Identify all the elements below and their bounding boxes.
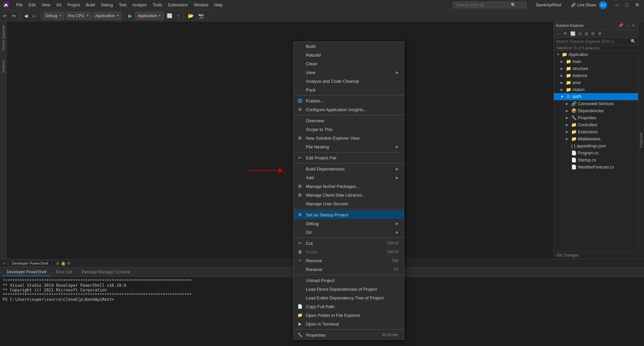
se-node-controllers[interactable]: ▶ 📁 Controllers <box>554 121 638 128</box>
se-node-middlewares[interactable]: ▶ 📁 Middlewares <box>554 135 638 142</box>
ctx-view[interactable]: View ▶ <box>294 68 404 77</box>
se-filter-button[interactable]: ▼ <box>597 30 603 37</box>
ctx-load-full[interactable]: Load Entire Dependency Tree of Project <box>294 293 404 302</box>
ctx-build[interactable]: Build <box>294 42 404 51</box>
menu-git[interactable]: Git <box>54 2 64 8</box>
terminal-maximize-button[interactable]: 🔒 <box>61 261 66 266</box>
ctx-new-se-view[interactable]: ⊞ New Solution Explorer View <box>294 134 404 142</box>
se-collapse-button[interactable]: ─ <box>625 23 630 28</box>
menu-test[interactable]: Test <box>116 2 129 8</box>
ctx-analyze[interactable]: Analyze and Code Cleanup <box>294 77 404 85</box>
se-refresh-button[interactable]: 🔄 <box>569 30 577 37</box>
ctx-properties[interactable]: 🔧 Properties Alt+Enter <box>294 331 404 339</box>
menu-analyze[interactable]: Analyze <box>130 2 150 8</box>
server-explorer-label[interactable]: Server Explorer <box>1 25 5 50</box>
se-node-program[interactable]: 📄 Program.cs <box>554 149 638 156</box>
menu-view[interactable]: View <box>39 2 53 8</box>
ctx-edit-project[interactable]: ↩ Edit Project File <box>294 153 404 162</box>
menu-file[interactable]: File <box>13 2 25 8</box>
live-share-button[interactable]: 🔗 Live Share <box>571 3 596 7</box>
ctx-overview[interactable]: Overview <box>294 116 404 125</box>
platform-dropdown[interactable]: Any CPU ▼ <box>65 12 91 20</box>
se-close-button[interactable]: ✕ <box>631 23 636 28</box>
toolbox-label[interactable]: Toolbox <box>1 60 5 73</box>
terminal-settings-button[interactable]: ⚙ <box>67 261 71 266</box>
ctx-nuget[interactable]: ⊞ Manage NuGet Packages... <box>294 182 404 191</box>
minimize-button[interactable]: ─ <box>612 1 621 9</box>
ctx-scope[interactable]: Scope to This <box>294 125 404 134</box>
menu-debug[interactable]: Debug <box>98 2 115 8</box>
maximize-button[interactable]: □ <box>623 1 631 9</box>
close-button[interactable]: ✕ <box>633 1 641 9</box>
se-node-main[interactable]: ▶ 📁 main <box>554 58 638 65</box>
se-node-structure[interactable]: ▶ 📁 structure <box>554 65 638 72</box>
redo-button[interactable]: ↪ <box>10 12 17 19</box>
undo-button[interactable]: ↩ <box>1 12 9 19</box>
config-dropdown[interactable]: Debug ▼ <box>43 12 64 20</box>
app-dropdown[interactable]: Application ▼ <box>93 12 122 20</box>
se-node-appsettings[interactable]: { } appsettings.json <box>554 142 638 149</box>
ctx-insights[interactable]: ⚙ Configure Application Insights... <box>294 105 404 114</box>
se-node-startup[interactable]: 📄 Startup.cs <box>554 156 638 163</box>
se-node-bapi[interactable]: ▼ 🔷 bAPI <box>554 93 638 100</box>
open-folder-button[interactable]: 📂 <box>186 12 195 19</box>
ctx-build-deps[interactable]: Build Dependencies ▶ <box>294 164 404 173</box>
se-node-ared[interactable]: ▶ 📁 ared <box>554 79 638 86</box>
ctx-unload[interactable]: Unload Project <box>294 276 404 285</box>
se-settings-button[interactable]: ⚙ <box>590 30 596 37</box>
ctx-pack[interactable]: Pack <box>294 85 404 94</box>
se-sync-button[interactable]: ↔ <box>555 30 561 37</box>
se-node-application[interactable]: ▼ 📁 Application <box>554 51 638 58</box>
add-terminal-button[interactable]: + <box>3 261 5 266</box>
refresh-button[interactable]: 🔄 <box>165 12 174 19</box>
ctx-add[interactable]: Add ▶ <box>294 173 404 182</box>
se-collapse-all-button[interactable]: ⊟ <box>577 30 583 37</box>
se-node-weatherforecast[interactable]: 📄 WeatherForecast.cs <box>554 163 638 170</box>
ctx-open-terminal[interactable]: ▶ Open in Terminal <box>294 320 404 328</box>
tab-error-list[interactable]: Error List <box>52 269 76 276</box>
start-app-dropdown[interactable]: Application ▼ <box>135 12 164 20</box>
terminal-copy-button[interactable]: ⊞ <box>56 261 59 266</box>
ctx-publish[interactable]: 🌐 Publish... <box>294 96 404 105</box>
menu-help[interactable]: Help <box>212 2 225 8</box>
se-pin-button[interactable]: 📌 <box>617 23 624 28</box>
search-input[interactable] <box>456 3 509 7</box>
ctx-open-folder[interactable]: 📁 Open Folder in File Explorer <box>294 311 404 320</box>
se-view-button[interactable]: ⊞ <box>584 30 589 37</box>
ctx-rebuild[interactable]: Rebuild <box>294 51 404 59</box>
ctx-copy-path[interactable]: 📄 Copy Full Path <box>294 302 404 311</box>
tab-developer-powershell[interactable]: Developer PowerShell <box>3 269 51 276</box>
ctx-file-nesting[interactable]: File Nesting ▶ <box>294 142 404 151</box>
se-node-dependencies[interactable]: ▶ 📦 Dependencies <box>554 107 638 114</box>
menu-project[interactable]: Project <box>65 2 83 8</box>
terminal-tab-devps[interactable]: Developer PowerShell <box>8 260 52 266</box>
ctx-rename[interactable]: Rename F2 <box>294 265 404 274</box>
se-node-connected-services[interactable]: ▶ 🔗 Connected Services <box>554 100 638 107</box>
se-node-extensions[interactable]: ▶ 📁 Extensions <box>554 128 638 135</box>
se-node-sistence[interactable]: ▶ 📁 sistence <box>554 72 638 79</box>
se-show-all-button[interactable]: 👁 <box>562 30 569 37</box>
ctx-debug[interactable]: Debug ▶ <box>294 219 404 228</box>
se-node-properties[interactable]: ▶ 🔧 Properties <box>554 114 638 121</box>
ctx-client-libs[interactable]: ⊞ Manage Client-Side Libraries... <box>294 191 404 199</box>
tab-package-manager[interactable]: Package Manager Console <box>77 269 134 276</box>
ctx-git[interactable]: Git ▶ <box>294 228 404 236</box>
screenshot-button[interactable]: 📷 <box>197 12 206 19</box>
ctx-startup[interactable]: ⚙ Set as Startup Project <box>294 210 404 219</box>
back-button[interactable]: ◀ <box>22 12 30 19</box>
se-search-input[interactable] <box>556 39 631 44</box>
start-button[interactable]: ▶ <box>127 12 134 19</box>
ctx-remove[interactable]: ✕ Remove Del <box>294 256 404 265</box>
ctx-load-direct[interactable]: Load Direct Dependencies of Project <box>294 285 404 293</box>
menu-edit[interactable]: Edit <box>26 2 38 8</box>
ctx-user-secrets[interactable]: Manage User Secrets <box>294 199 404 208</box>
menu-extensions[interactable]: Extensions <box>165 2 191 8</box>
forward-button[interactable]: ▶ <box>31 12 38 19</box>
se-node-ntation[interactable]: ▶ 📁 ntation <box>554 86 638 93</box>
ctx-clean[interactable]: Clean <box>294 59 404 68</box>
menu-tools[interactable]: Tools <box>150 2 165 8</box>
menu-window[interactable]: Window <box>191 2 211 8</box>
menu-build[interactable]: Build <box>84 2 98 8</box>
profile-button[interactable]: EJ <box>599 1 607 9</box>
ctx-cut[interactable]: ✂ Cut Ctrl+X <box>294 239 404 248</box>
